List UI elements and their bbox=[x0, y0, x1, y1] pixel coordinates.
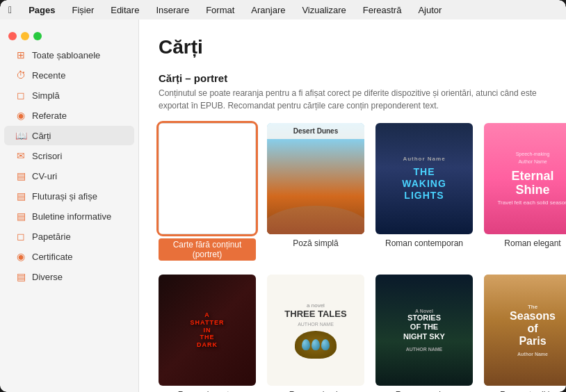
page-title: Cărți bbox=[159, 36, 547, 58]
sidebar-label-simple: Simplă bbox=[32, 90, 60, 101]
seasons-the: The bbox=[510, 304, 556, 310]
blank-preview bbox=[159, 123, 256, 234]
template-label-eternal: Roman elegant bbox=[504, 238, 560, 248]
author-name-seasons: Author Name bbox=[510, 352, 556, 357]
template-item-shatter[interactable]: ASHATTERINTHEDARK Roman inovator bbox=[159, 275, 256, 392]
sidebar-label-scrisori: Scrisori bbox=[32, 151, 62, 161]
three-tales-title: THREE TALES bbox=[284, 309, 346, 319]
night-title: STORIESOF THENIGHT SKY bbox=[403, 313, 445, 341]
template-thumb-night: A Novel STORIESOF THENIGHT SKY AUTHOR NA… bbox=[375, 275, 473, 386]
section-title: Cărți – portret bbox=[159, 72, 547, 84]
sidebar-item-diverse[interactable]: ▤ Diverse bbox=[4, 267, 134, 286]
template-item-three[interactable]: a novel THREE TALES AUTHOR NAME Roman bbox=[267, 275, 364, 392]
sidebar-item-certificate[interactable]: ◉ Certificate bbox=[4, 247, 134, 266]
apple-icon[interactable]:  bbox=[8, 4, 12, 15]
desert-shape bbox=[267, 177, 364, 234]
night-preview: A Novel STORIESOF THENIGHT SKY AUTHOR NA… bbox=[375, 275, 473, 386]
menu-inserare[interactable]: Inserare bbox=[153, 3, 192, 17]
sidebar-label-certificate: Certificate bbox=[32, 252, 73, 262]
template-thumb-three: a novel THREE TALES AUTHOR NAME bbox=[267, 275, 364, 386]
eternal-preview: Speech-making Author Name EternalShine T… bbox=[484, 123, 566, 234]
template-thumb-waking: Author Name THEWAKINGLIGHTS bbox=[375, 123, 473, 234]
menu-fereastra[interactable]: Fereastră bbox=[360, 3, 405, 17]
cv-icon: ▤ bbox=[15, 170, 26, 181]
maximize-button[interactable] bbox=[33, 32, 42, 40]
sidebar-label-buletine: Buletine informative bbox=[32, 211, 111, 222]
diverse-icon: ▤ bbox=[15, 271, 26, 282]
speech-label: Speech-making bbox=[516, 152, 550, 156]
template-label-desert: Poză simplă bbox=[293, 238, 338, 248]
menu-fisier[interactable]: Fișier bbox=[69, 3, 97, 17]
template-thumb-shatter: ASHATTERINTHEDARK bbox=[159, 275, 256, 386]
sidebar-label-all: Toate șabloanele bbox=[32, 50, 100, 60]
menu-editare[interactable]: Editare bbox=[108, 3, 142, 17]
template-grid-row2: ASHATTERINTHEDARK Roman inovator a novel… bbox=[159, 275, 547, 392]
sidebar-label-cv: CV-uri bbox=[32, 171, 57, 181]
a-novel-label: a novel bbox=[307, 302, 325, 309]
eternal-title: EternalShine bbox=[511, 170, 553, 197]
template-grid-row1: Carte fără conținut (portret) Desert Dun… bbox=[159, 123, 547, 261]
papetarie-icon: ◻ bbox=[15, 231, 26, 242]
sidebar-item-fluturas[interactable]: ▤ Fluturași și afișe bbox=[4, 186, 134, 206]
template-item-waking[interactable]: Author Name THEWAKINGLIGHTS Roman contem… bbox=[375, 123, 473, 261]
sidebar-item-papetarie[interactable]: ◻ Papetărie bbox=[4, 227, 134, 246]
recent-icon: ⏱ bbox=[15, 70, 26, 81]
author-name-three: AUTHOR NAME bbox=[298, 322, 334, 327]
sidebar-item-cv[interactable]: ▤ CV-uri bbox=[4, 166, 134, 186]
waking-preview: Author Name THEWAKINGLIGHTS bbox=[375, 123, 473, 234]
author-name-label: Author Name bbox=[403, 156, 445, 162]
menu-ajutor[interactable]: Ajutor bbox=[415, 3, 444, 17]
nest-decoration bbox=[295, 331, 337, 359]
eternal-subtitle: Travel felt each solid season bbox=[497, 199, 566, 206]
desert-img bbox=[267, 139, 364, 234]
egg-1 bbox=[302, 339, 310, 350]
minimize-button[interactable] bbox=[21, 32, 29, 40]
fluturas-icon: ▤ bbox=[15, 190, 26, 202]
a-novel-night: A Novel bbox=[415, 309, 433, 313]
template-item-eternal[interactable]: Speech-making Author Name EternalShine T… bbox=[484, 123, 566, 261]
referate-icon: ◉ bbox=[15, 110, 26, 121]
menu-format[interactable]: Format bbox=[203, 3, 237, 17]
certificate-icon: ◉ bbox=[15, 251, 26, 262]
sidebar-item-simple[interactable]: ◻ Simplă bbox=[4, 85, 134, 105]
menu-vizualizare[interactable]: Vizualizare bbox=[299, 3, 348, 17]
carti-icon: 📖 bbox=[15, 130, 26, 141]
template-thumb-blank bbox=[159, 123, 256, 234]
traffic-lights bbox=[0, 26, 138, 44]
sidebar-item-referate[interactable]: ◉ Referate bbox=[4, 106, 134, 125]
sidebar-item-buletine[interactable]: ▤ Buletine informative bbox=[4, 206, 134, 226]
sidebar-item-recent[interactable]: ⏱ Recente bbox=[4, 65, 134, 85]
template-thumb-eternal: Speech-making Author Name EternalShine T… bbox=[484, 123, 566, 234]
simple-icon: ◻ bbox=[15, 90, 26, 101]
sidebar-item-scrisori[interactable]: ✉ Scrisori bbox=[4, 146, 134, 165]
egg-2 bbox=[312, 339, 320, 350]
author-name-night: AUTHOR NAME bbox=[406, 347, 443, 352]
all-templates-icon: ⊞ bbox=[15, 49, 26, 60]
template-label-waking: Roman contemporan bbox=[385, 238, 463, 248]
sidebar-label-papetarie: Papetărie bbox=[32, 231, 71, 242]
template-thumb-desert: Desert Dunes bbox=[267, 123, 364, 234]
shatter-title: ASHATTERINTHEDARK bbox=[191, 311, 225, 349]
sidebar-label-fluturas: Fluturași și afișe bbox=[32, 191, 97, 202]
menu-aranjare[interactable]: Aranjare bbox=[248, 3, 288, 17]
menu-app-name[interactable]: Pages bbox=[26, 3, 58, 17]
menubar:  Pages Fișier Editare Inserare Format A… bbox=[0, 0, 566, 19]
sidebar-label-diverse: Diverse bbox=[32, 272, 63, 282]
buletine-icon: ▤ bbox=[15, 211, 26, 222]
content-area: Cărți Cărți – portret Conținutul se poat… bbox=[139, 19, 566, 392]
sidebar-item-all[interactable]: ⊞ Toate șabloanele bbox=[4, 45, 134, 65]
close-button[interactable] bbox=[8, 32, 17, 40]
section-description: Conținutul se poate rearanja pentru a fi… bbox=[159, 87, 547, 112]
template-item-blank[interactable]: Carte fără conținut (portret) bbox=[159, 123, 256, 261]
section-portret: Cărți – portret Conținutul se poate rear… bbox=[159, 72, 547, 392]
template-item-night[interactable]: A Novel STORIESOF THENIGHT SKY AUTHOR NA… bbox=[375, 275, 473, 392]
three-preview: a novel THREE TALES AUTHOR NAME bbox=[267, 275, 364, 386]
sidebar-item-carti[interactable]: 📖 Cărți bbox=[4, 126, 134, 145]
template-item-desert[interactable]: Desert Dunes Poză simplă bbox=[267, 123, 364, 261]
sidebar-label-referate: Referate bbox=[32, 111, 67, 121]
seasons-preview: The SeasonsofParis Author Name bbox=[484, 275, 566, 386]
desert-preview: Desert Dunes bbox=[267, 123, 364, 234]
sidebar-label-carti: Cărți bbox=[32, 131, 51, 141]
template-item-seasons[interactable]: The SeasonsofParis Author Name Roman tra… bbox=[484, 275, 566, 392]
author-name-eternal: Author Name bbox=[518, 159, 547, 164]
